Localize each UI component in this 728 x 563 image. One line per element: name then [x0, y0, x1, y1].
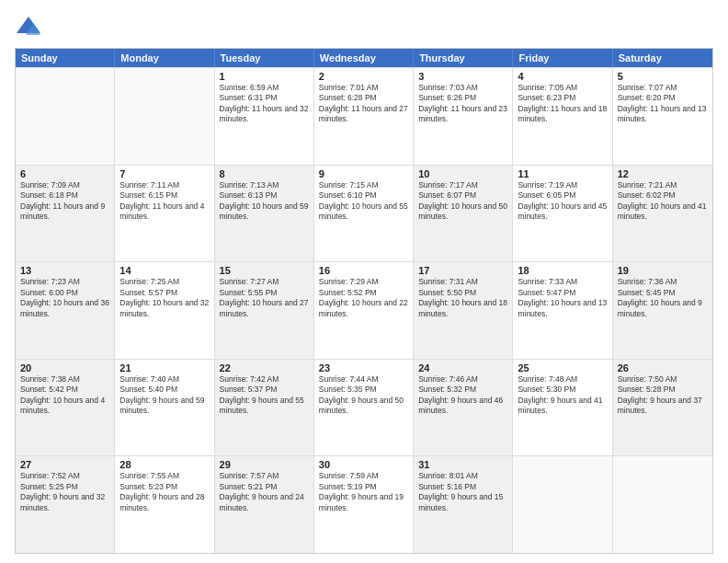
day-info: Sunrise: 7:44 AM Sunset: 5:35 PM Dayligh…	[319, 374, 408, 417]
day-number: 14	[119, 265, 209, 276]
day-number: 13	[20, 265, 109, 276]
logo-icon	[15, 15, 42, 40]
calendar-cell	[513, 456, 612, 553]
day-number: 10	[418, 168, 507, 179]
calendar-cell: 16Sunrise: 7:29 AM Sunset: 5:52 PM Dayli…	[314, 262, 414, 359]
day-number: 6	[20, 168, 109, 179]
calendar-header: SundayMondayTuesdayWednesdayThursdayFrid…	[16, 49, 712, 67]
calendar-week-1: 1Sunrise: 6:59 AM Sunset: 6:31 PM Daylig…	[16, 67, 712, 165]
header-day-thursday: Thursday	[414, 49, 513, 67]
calendar-cell: 13Sunrise: 7:23 AM Sunset: 6:00 PM Dayli…	[16, 262, 115, 359]
calendar-cell: 27Sunrise: 7:52 AM Sunset: 5:25 PM Dayli…	[16, 456, 115, 553]
calendar-week-5: 27Sunrise: 7:52 AM Sunset: 5:25 PM Dayli…	[16, 455, 712, 553]
calendar-cell: 26Sunrise: 7:50 AM Sunset: 5:28 PM Dayli…	[613, 360, 712, 456]
day-number: 27	[20, 459, 109, 470]
day-number: 25	[518, 362, 607, 373]
day-info: Sunrise: 7:48 AM Sunset: 5:30 PM Dayligh…	[518, 374, 607, 417]
calendar-body: 1Sunrise: 6:59 AM Sunset: 6:31 PM Daylig…	[16, 67, 712, 553]
calendar-cell: 15Sunrise: 7:27 AM Sunset: 5:55 PM Dayli…	[215, 262, 314, 359]
calendar-cell: 23Sunrise: 7:44 AM Sunset: 5:35 PM Dayli…	[314, 360, 414, 456]
day-info: Sunrise: 7:17 AM Sunset: 6:07 PM Dayligh…	[418, 180, 507, 223]
calendar-cell: 4Sunrise: 7:05 AM Sunset: 6:23 PM Daylig…	[513, 68, 612, 165]
calendar-cell	[115, 68, 214, 165]
day-info: Sunrise: 6:59 AM Sunset: 6:31 PM Dayligh…	[220, 83, 309, 125]
calendar-cell: 5Sunrise: 7:07 AM Sunset: 6:20 PM Daylig…	[613, 68, 712, 165]
day-info: Sunrise: 7:09 AM Sunset: 6:18 PM Dayligh…	[20, 180, 109, 223]
day-info: Sunrise: 7:40 AM Sunset: 5:40 PM Dayligh…	[119, 374, 209, 417]
day-info: Sunrise: 7:11 AM Sunset: 6:15 PM Dayligh…	[119, 180, 209, 223]
calendar-cell: 14Sunrise: 7:25 AM Sunset: 5:57 PM Dayli…	[115, 262, 214, 359]
calendar-cell	[613, 456, 712, 553]
day-number: 29	[220, 459, 309, 470]
day-number: 3	[418, 71, 507, 82]
header-day-friday: Friday	[513, 49, 612, 67]
calendar-cell: 18Sunrise: 7:33 AM Sunset: 5:47 PM Dayli…	[513, 262, 612, 359]
calendar-cell: 22Sunrise: 7:42 AM Sunset: 5:37 PM Dayli…	[215, 360, 314, 456]
day-number: 19	[618, 265, 708, 276]
day-number: 4	[518, 71, 607, 82]
calendar-cell: 9Sunrise: 7:15 AM Sunset: 6:10 PM Daylig…	[314, 166, 414, 262]
calendar-cell: 2Sunrise: 7:01 AM Sunset: 6:28 PM Daylig…	[314, 68, 414, 165]
day-info: Sunrise: 7:52 AM Sunset: 5:25 PM Dayligh…	[20, 471, 109, 513]
day-info: Sunrise: 7:27 AM Sunset: 5:55 PM Dayligh…	[220, 277, 309, 319]
calendar-cell: 10Sunrise: 7:17 AM Sunset: 6:07 PM Dayli…	[414, 166, 513, 262]
day-number: 1	[220, 71, 309, 82]
day-info: Sunrise: 7:59 AM Sunset: 5:19 PM Dayligh…	[319, 471, 408, 513]
day-number: 21	[119, 362, 209, 373]
day-info: Sunrise: 7:50 AM Sunset: 5:28 PM Dayligh…	[618, 374, 708, 417]
calendar-cell: 1Sunrise: 6:59 AM Sunset: 6:31 PM Daylig…	[215, 68, 314, 165]
calendar-cell: 17Sunrise: 7:31 AM Sunset: 5:50 PM Dayli…	[414, 262, 513, 359]
day-info: Sunrise: 7:19 AM Sunset: 6:05 PM Dayligh…	[518, 180, 607, 223]
day-info: Sunrise: 7:31 AM Sunset: 5:50 PM Dayligh…	[418, 277, 507, 319]
calendar-cell: 12Sunrise: 7:21 AM Sunset: 6:02 PM Dayli…	[613, 166, 712, 262]
day-number: 7	[119, 168, 209, 179]
day-number: 2	[319, 71, 408, 82]
calendar-cell: 25Sunrise: 7:48 AM Sunset: 5:30 PM Dayli…	[513, 360, 612, 456]
calendar-cell: 24Sunrise: 7:46 AM Sunset: 5:32 PM Dayli…	[414, 360, 513, 456]
calendar-cell: 19Sunrise: 7:36 AM Sunset: 5:45 PM Dayli…	[613, 262, 712, 359]
calendar-week-2: 6Sunrise: 7:09 AM Sunset: 6:18 PM Daylig…	[16, 165, 712, 262]
calendar-cell: 28Sunrise: 7:55 AM Sunset: 5:23 PM Dayli…	[115, 456, 214, 553]
day-info: Sunrise: 7:21 AM Sunset: 6:02 PM Dayligh…	[618, 180, 708, 223]
calendar-cell: 21Sunrise: 7:40 AM Sunset: 5:40 PM Dayli…	[115, 360, 214, 456]
day-number: 12	[618, 168, 708, 179]
day-info: Sunrise: 8:01 AM Sunset: 5:16 PM Dayligh…	[418, 471, 507, 513]
day-info: Sunrise: 7:46 AM Sunset: 5:32 PM Dayligh…	[418, 374, 507, 417]
day-number: 17	[418, 265, 507, 276]
day-info: Sunrise: 7:25 AM Sunset: 5:57 PM Dayligh…	[119, 277, 209, 319]
calendar-cell: 20Sunrise: 7:38 AM Sunset: 5:42 PM Dayli…	[16, 360, 115, 456]
calendar-week-3: 13Sunrise: 7:23 AM Sunset: 6:00 PM Dayli…	[16, 261, 712, 359]
day-number: 5	[618, 71, 708, 82]
header-day-tuesday: Tuesday	[215, 49, 314, 67]
header-day-wednesday: Wednesday	[314, 49, 414, 67]
page: SundayMondayTuesdayWednesdayThursdayFrid…	[0, 0, 728, 563]
day-number: 24	[418, 362, 507, 373]
day-number: 15	[220, 265, 309, 276]
calendar-week-4: 20Sunrise: 7:38 AM Sunset: 5:42 PM Dayli…	[16, 359, 712, 456]
day-number: 18	[518, 265, 607, 276]
day-info: Sunrise: 7:38 AM Sunset: 5:42 PM Dayligh…	[20, 374, 109, 417]
header-day-saturday: Saturday	[613, 49, 712, 67]
day-number: 8	[220, 168, 309, 179]
day-info: Sunrise: 7:01 AM Sunset: 6:28 PM Dayligh…	[319, 83, 408, 125]
header-day-monday: Monday	[115, 49, 214, 67]
day-info: Sunrise: 7:36 AM Sunset: 5:45 PM Dayligh…	[618, 277, 708, 319]
day-number: 30	[319, 459, 408, 470]
calendar-cell	[16, 68, 115, 165]
header	[15, 15, 713, 40]
header-day-sunday: Sunday	[16, 49, 115, 67]
day-info: Sunrise: 7:23 AM Sunset: 6:00 PM Dayligh…	[20, 277, 109, 319]
day-info: Sunrise: 7:03 AM Sunset: 6:26 PM Dayligh…	[418, 83, 507, 125]
day-number: 16	[319, 265, 408, 276]
day-info: Sunrise: 7:15 AM Sunset: 6:10 PM Dayligh…	[319, 180, 408, 223]
calendar-cell: 3Sunrise: 7:03 AM Sunset: 6:26 PM Daylig…	[414, 68, 513, 165]
logo	[15, 15, 44, 40]
day-number: 20	[20, 362, 109, 373]
day-number: 9	[319, 168, 408, 179]
calendar-cell: 8Sunrise: 7:13 AM Sunset: 6:13 PM Daylig…	[215, 166, 314, 262]
calendar-cell: 11Sunrise: 7:19 AM Sunset: 6:05 PM Dayli…	[513, 166, 612, 262]
calendar-cell: 31Sunrise: 8:01 AM Sunset: 5:16 PM Dayli…	[414, 456, 513, 553]
day-info: Sunrise: 7:07 AM Sunset: 6:20 PM Dayligh…	[618, 83, 708, 125]
day-number: 23	[319, 362, 408, 373]
day-info: Sunrise: 7:55 AM Sunset: 5:23 PM Dayligh…	[119, 471, 209, 513]
